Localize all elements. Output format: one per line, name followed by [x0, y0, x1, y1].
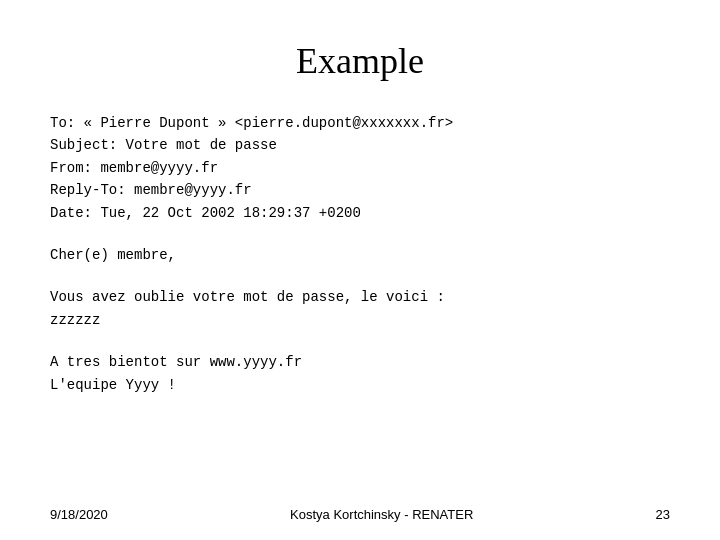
email-to: To: « Pierre Dupont » <pierre.dupont@xxx… — [50, 112, 670, 134]
email-greeting: Cher(e) membre, — [50, 244, 670, 266]
email-from: From: membre@yyyy.fr — [50, 157, 670, 179]
footer-page: 23 — [656, 507, 670, 522]
footer-date: 9/18/2020 — [50, 507, 108, 522]
email-body: Cher(e) membre, Vous avez oublie votre m… — [50, 244, 670, 396]
email-content: To: « Pierre Dupont » <pierre.dupont@xxx… — [50, 112, 670, 396]
email-paragraph2: A tres bientot sur www.yyyy.fr L'equipe … — [50, 351, 670, 396]
email-subject: Subject: Votre mot de passe — [50, 134, 670, 156]
email-date: Date: Tue, 22 Oct 2002 18:29:37 +0200 — [50, 202, 670, 224]
email-headers: To: « Pierre Dupont » <pierre.dupont@xxx… — [50, 112, 670, 224]
slide-title: Example — [50, 40, 670, 82]
email-paragraph1: Vous avez oublie votre mot de passe, le … — [50, 286, 670, 331]
email-reply-to: Reply-To: membre@yyyy.fr — [50, 179, 670, 201]
slide-footer: 9/18/2020 Kostya Kortchinsky - RENATER 2… — [0, 507, 720, 522]
footer-author: Kostya Kortchinsky - RENATER — [290, 507, 473, 522]
slide: Example To: « Pierre Dupont » <pierre.du… — [0, 0, 720, 540]
